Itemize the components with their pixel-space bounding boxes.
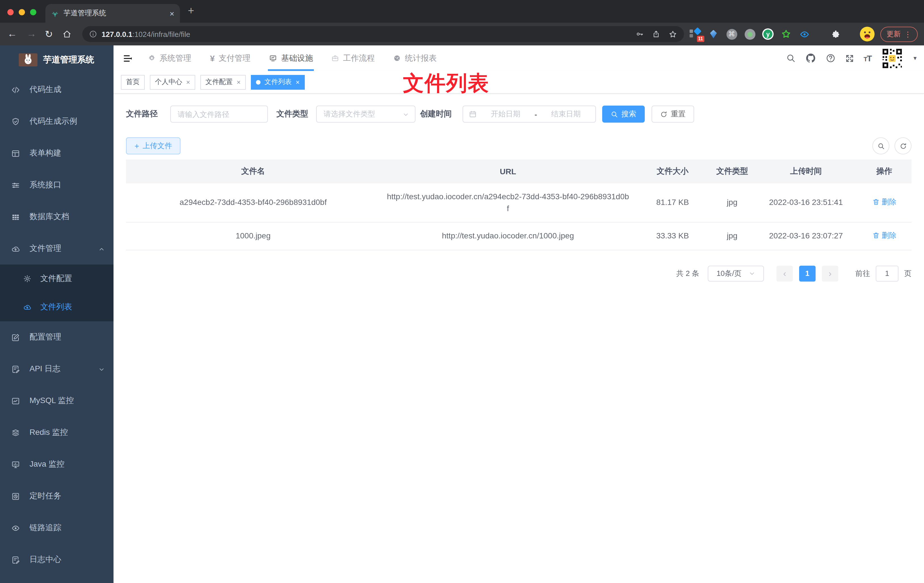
chrome-update-button[interactable]: 更新 ⋮	[880, 27, 918, 42]
show-search-button[interactable]	[872, 137, 889, 154]
extension-diamond-icon[interactable]: 11	[690, 28, 701, 40]
start-date-placeholder: 开始日期	[482, 109, 530, 119]
table-tools	[872, 137, 911, 154]
sidebar-item-file-list[interactable]: 文件列表	[0, 293, 114, 321]
window-minimize-button[interactable]	[19, 9, 25, 15]
trash-icon	[872, 198, 879, 206]
sidebar-item-file-management[interactable]: 文件管理	[0, 233, 114, 264]
extensions-puzzle-icon[interactable]	[830, 28, 841, 40]
sidebar-item-trace[interactable]: 链路追踪	[0, 512, 114, 544]
reload-button[interactable]: ↻	[45, 23, 53, 45]
nav-item-infrastructure[interactable]: 基础设施	[269, 45, 313, 71]
col-header-url: URL	[380, 160, 636, 183]
file-table: 文件名 URL 文件大小 文件类型 上传时间 操作 a294ecb2-73dd-…	[126, 160, 911, 250]
new-tab-button[interactable]: +	[188, 5, 194, 17]
sidebar-item-code-generator[interactable]: 代码生成	[0, 74, 114, 106]
help-icon[interactable]	[825, 53, 835, 63]
back-button[interactable]: ←	[7, 23, 17, 45]
sidebar-item-label: 代码生成	[30, 84, 61, 95]
nav-item-workflow[interactable]: 工作流程	[332, 45, 375, 71]
fullscreen-icon[interactable]	[845, 54, 854, 63]
cell-url: http://test.yudao.iocoder.cn/a294ecb2-73…	[380, 183, 636, 222]
extension-dot-circle-icon[interactable]	[744, 28, 756, 40]
share-icon[interactable]	[652, 30, 660, 38]
sidebar-item-config-management[interactable]: 配置管理	[0, 321, 114, 353]
tag-close-icon[interactable]: ×	[296, 78, 300, 86]
nav-item-payment[interactable]: ¥ 支付管理	[210, 45, 251, 71]
extension-star-icon[interactable]	[780, 28, 792, 40]
prev-page-button[interactable]: ‹	[776, 265, 793, 281]
edit-square-icon	[12, 333, 20, 342]
browser-menu-dots-icon[interactable]: ⋮	[904, 30, 911, 39]
file-path-input[interactable]	[178, 110, 261, 118]
bookmark-star-icon[interactable]	[668, 30, 677, 38]
tag-close-icon[interactable]: ×	[237, 78, 241, 86]
profile-avatar[interactable]	[860, 27, 874, 41]
browser-toolbar: ← → ↻ 127.0.0.1:1024/infra/file/file 11	[0, 23, 924, 45]
tab-close-icon[interactable]: ×	[170, 9, 174, 18]
sidebar-item-java-monitor[interactable]: Java 监控	[0, 448, 114, 480]
grid-icon	[12, 213, 20, 221]
sidebar-item-form-builder[interactable]: 表单构建	[0, 137, 114, 169]
site-info-icon[interactable]	[89, 30, 97, 38]
navbar-actions: TT ▾	[786, 47, 924, 69]
nav-item-reports[interactable]: 统计报表	[394, 45, 437, 71]
sidebar-item-system-api[interactable]: 系统接口	[0, 169, 114, 201]
browser-tab[interactable]: 芋道管理系统 ×	[45, 4, 180, 23]
sidebar-item-mysql-monitor[interactable]: MySQL 监控	[0, 385, 114, 417]
nav-item-system[interactable]: 系统管理	[148, 45, 191, 71]
window-zoom-button[interactable]	[30, 9, 36, 15]
delete-button[interactable]: 删除	[872, 230, 896, 241]
window-close-button[interactable]	[7, 9, 13, 15]
font-size-icon[interactable]: TT	[863, 53, 871, 63]
avatar-caret-icon[interactable]: ▾	[914, 55, 917, 62]
search-icon[interactable]	[786, 53, 795, 63]
tag-file-list[interactable]: 文件列表 ×	[251, 74, 305, 89]
sidebar-item-redis-monitor[interactable]: Redis 监控	[0, 417, 114, 448]
search-button-label: 搜索	[622, 109, 636, 119]
reset-button[interactable]: 重置	[652, 106, 694, 122]
refresh-table-button[interactable]	[894, 137, 911, 154]
date-separator: -	[535, 110, 537, 118]
pagination: 共 2 条 10条/页 ‹ 1 › 前往 页	[126, 265, 911, 281]
sidebar-item-db-doc[interactable]: 数据库文档	[0, 201, 114, 233]
goto-page-input[interactable]	[876, 265, 898, 281]
address-bar[interactable]: 127.0.0.1:1024/infra/file/file	[82, 26, 684, 42]
password-key-icon[interactable]	[636, 30, 644, 38]
user-avatar[interactable]	[881, 47, 904, 69]
file-type-select[interactable]: 请选择文件类型	[316, 106, 416, 122]
screen: 芋道管理系统 × + ← → ↻ 127.0.0.1:1024/infra/fi…	[0, 0, 924, 583]
infra-monitor-icon	[269, 54, 277, 62]
tag-file-config[interactable]: 文件配置 ×	[200, 74, 246, 89]
extension-kite-icon[interactable]	[708, 28, 719, 40]
page-size-select[interactable]: 10条/页	[708, 265, 764, 281]
sidebar-item-file-config[interactable]: 文件配置	[0, 264, 114, 293]
sidebar-item-code-example[interactable]: 代码生成示例	[0, 106, 114, 137]
next-page-button[interactable]: ›	[822, 265, 838, 281]
col-header-filename: 文件名	[126, 160, 380, 183]
extension-command-icon[interactable]: ⌘	[726, 28, 737, 40]
cell-time: 2022-03-16 23:51:41	[755, 183, 857, 222]
delete-button[interactable]: 删除	[872, 196, 896, 208]
sidebar-item-scheduled-tasks[interactable]: 定时任务	[0, 480, 114, 512]
sidebar-item-log-center[interactable]: 日志中心	[0, 544, 114, 576]
sidebar-item-api-log[interactable]: API 日志	[0, 353, 114, 385]
tag-close-icon[interactable]: ×	[186, 78, 190, 86]
extension-y-icon[interactable]: y	[762, 28, 774, 40]
sidebar-collapse-button[interactable]	[122, 53, 133, 63]
tag-profile[interactable]: 个人中心 ×	[150, 74, 195, 89]
extension-eye-icon[interactable]	[799, 28, 810, 40]
sidebar-item-label: 链路追踪	[30, 523, 61, 533]
tag-home[interactable]: 首页	[121, 74, 145, 89]
app-logo[interactable]: 芋道管理系统	[0, 45, 114, 74]
col-header-time: 上传时间	[755, 160, 857, 183]
url-host: 127.0.0.1	[102, 30, 132, 39]
search-button[interactable]: 搜索	[602, 106, 645, 122]
github-icon[interactable]	[805, 53, 816, 64]
home-button[interactable]	[63, 23, 71, 45]
forward-button[interactable]: →	[27, 23, 36, 45]
upload-file-button[interactable]: + 上传文件	[126, 137, 180, 154]
page-number-button[interactable]: 1	[799, 265, 815, 281]
date-range-picker[interactable]: 开始日期 - 结束日期	[462, 106, 596, 122]
chevron-down-icon	[403, 110, 409, 118]
